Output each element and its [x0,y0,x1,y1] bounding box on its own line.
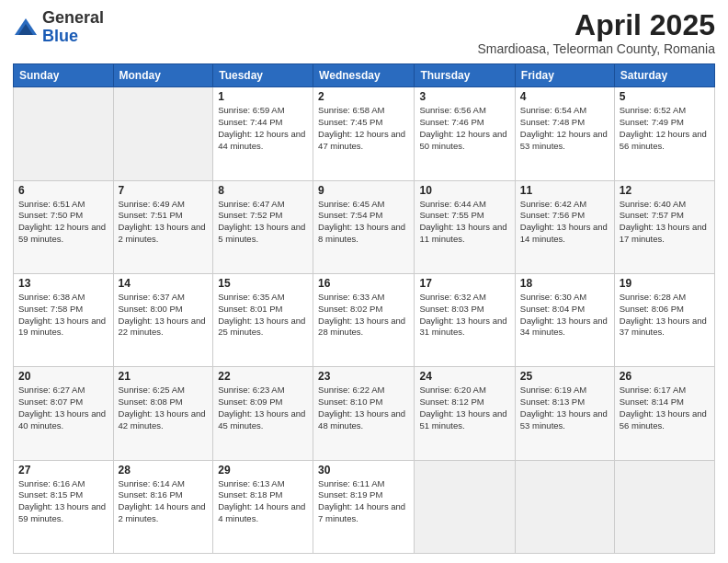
day-info: Sunrise: 6:16 AM Sunset: 8:15 PM Dayligh… [18,478,108,525]
week-row-1: 6Sunrise: 6:51 AM Sunset: 7:50 PM Daylig… [14,180,715,273]
day-info: Sunrise: 6:56 AM Sunset: 7:46 PM Dayligh… [419,105,509,152]
logo-blue-text: Blue [42,28,104,46]
calendar-cell: 7Sunrise: 6:49 AM Sunset: 7:51 PM Daylig… [113,180,213,273]
day-number: 3 [419,90,509,103]
calendar-cell [515,460,614,553]
calendar-cell: 10Sunrise: 6:44 AM Sunset: 7:55 PM Dayli… [415,180,515,273]
day-info: Sunrise: 6:20 AM Sunset: 8:12 PM Dayligh… [419,385,509,431]
day-number: 22 [218,370,308,383]
calendar-cell: 29Sunrise: 6:13 AM Sunset: 8:18 PM Dayli… [213,460,313,553]
week-row-0: 1Sunrise: 6:59 AM Sunset: 7:44 PM Daylig… [14,87,715,180]
day-number: 1 [218,90,308,103]
calendar-cell: 20Sunrise: 6:27 AM Sunset: 8:07 PM Dayli… [14,367,114,460]
calendar-cell: 25Sunrise: 6:19 AM Sunset: 8:13 PM Dayli… [515,367,614,460]
day-info: Sunrise: 6:19 AM Sunset: 8:13 PM Dayligh… [520,385,609,431]
calendar-cell: 14Sunrise: 6:37 AM Sunset: 8:00 PM Dayli… [113,273,213,366]
week-row-3: 20Sunrise: 6:27 AM Sunset: 8:07 PM Dayli… [14,367,715,460]
day-number: 17 [419,277,509,290]
day-number: 8 [218,184,308,197]
day-info: Sunrise: 6:38 AM Sunset: 7:58 PM Dayligh… [18,292,108,339]
day-number: 12 [620,184,710,197]
day-info: Sunrise: 6:52 AM Sunset: 7:49 PM Dayligh… [620,105,710,152]
calendar-cell: 4Sunrise: 6:54 AM Sunset: 7:48 PM Daylig… [515,87,614,180]
calendar-cell [614,460,714,553]
calendar-header: SundayMondayTuesdayWednesdayThursdayFrid… [14,64,715,87]
subtitle: Smardioasa, Teleorman County, Romania [477,41,715,56]
day-info: Sunrise: 6:33 AM Sunset: 8:02 PM Dayligh… [318,292,409,339]
day-of-week-wednesday: Wednesday [313,64,415,87]
calendar-cell: 16Sunrise: 6:33 AM Sunset: 8:02 PM Dayli… [313,273,415,366]
calendar-cell: 24Sunrise: 6:20 AM Sunset: 8:12 PM Dayli… [415,367,515,460]
day-info: Sunrise: 6:11 AM Sunset: 8:19 PM Dayligh… [318,478,409,525]
calendar-cell: 30Sunrise: 6:11 AM Sunset: 8:19 PM Dayli… [313,460,415,553]
day-number: 24 [419,370,509,383]
day-number: 21 [119,370,209,383]
day-number: 4 [520,90,609,103]
day-number: 7 [119,184,209,197]
calendar-cell: 6Sunrise: 6:51 AM Sunset: 7:50 PM Daylig… [14,180,114,273]
week-row-4: 27Sunrise: 6:16 AM Sunset: 8:15 PM Dayli… [14,460,715,553]
day-info: Sunrise: 6:59 AM Sunset: 7:44 PM Dayligh… [218,105,308,152]
day-info: Sunrise: 6:51 AM Sunset: 7:50 PM Dayligh… [18,199,108,246]
month-title: April 2025 [477,9,715,41]
day-info: Sunrise: 6:30 AM Sunset: 8:04 PM Dayligh… [520,292,609,339]
day-number: 26 [620,370,710,383]
day-number: 28 [119,464,209,477]
calendar-cell: 19Sunrise: 6:28 AM Sunset: 8:06 PM Dayli… [614,273,714,366]
day-info: Sunrise: 6:45 AM Sunset: 7:54 PM Dayligh… [318,199,409,246]
calendar-cell: 22Sunrise: 6:23 AM Sunset: 8:09 PM Dayli… [213,367,313,460]
calendar-cell: 9Sunrise: 6:45 AM Sunset: 7:54 PM Daylig… [313,180,415,273]
day-number: 19 [620,277,710,290]
calendar-cell: 11Sunrise: 6:42 AM Sunset: 7:56 PM Dayli… [515,180,614,273]
day-info: Sunrise: 6:22 AM Sunset: 8:10 PM Dayligh… [318,385,409,431]
calendar-cell [113,87,213,180]
day-number: 29 [218,464,308,477]
day-number: 10 [419,184,509,197]
day-of-week-saturday: Saturday [614,64,714,87]
calendar-cell: 27Sunrise: 6:16 AM Sunset: 8:15 PM Dayli… [14,460,114,553]
day-info: Sunrise: 6:58 AM Sunset: 7:45 PM Dayligh… [318,105,409,152]
calendar-table: SundayMondayTuesdayWednesdayThursdayFrid… [13,63,715,554]
day-info: Sunrise: 6:44 AM Sunset: 7:55 PM Dayligh… [419,199,509,246]
calendar-cell: 12Sunrise: 6:40 AM Sunset: 7:57 PM Dayli… [614,180,714,273]
day-number: 9 [318,184,409,197]
calendar-cell: 15Sunrise: 6:35 AM Sunset: 8:01 PM Dayli… [213,273,313,366]
day-info: Sunrise: 6:35 AM Sunset: 8:01 PM Dayligh… [218,292,308,339]
day-of-week-tuesday: Tuesday [213,64,313,87]
page: General Blue April 2025 Smardioasa, Tele… [0,0,728,563]
day-number: 30 [318,464,409,477]
day-info: Sunrise: 6:32 AM Sunset: 8:03 PM Dayligh… [419,292,509,339]
day-of-week-sunday: Sunday [14,64,114,87]
day-info: Sunrise: 6:49 AM Sunset: 7:51 PM Dayligh… [119,199,209,246]
day-info: Sunrise: 6:27 AM Sunset: 8:07 PM Dayligh… [18,385,108,431]
day-of-week-thursday: Thursday [415,64,515,87]
calendar-cell: 2Sunrise: 6:58 AM Sunset: 7:45 PM Daylig… [313,87,415,180]
day-number: 5 [620,90,710,103]
day-info: Sunrise: 6:23 AM Sunset: 8:09 PM Dayligh… [218,385,308,431]
day-number: 20 [18,370,108,383]
calendar-cell: 21Sunrise: 6:25 AM Sunset: 8:08 PM Dayli… [113,367,213,460]
calendar-cell: 23Sunrise: 6:22 AM Sunset: 8:10 PM Dayli… [313,367,415,460]
day-number: 13 [18,277,108,290]
day-info: Sunrise: 6:54 AM Sunset: 7:48 PM Dayligh… [520,105,609,152]
day-info: Sunrise: 6:42 AM Sunset: 7:56 PM Dayligh… [520,199,609,246]
calendar-cell [14,87,114,180]
logo-general-text: General [42,9,104,28]
day-info: Sunrise: 6:13 AM Sunset: 8:18 PM Dayligh… [218,478,308,525]
day-info: Sunrise: 6:47 AM Sunset: 7:52 PM Dayligh… [218,199,308,246]
calendar-cell [415,460,515,553]
logo-text: General Blue [42,9,104,46]
calendar-body: 1Sunrise: 6:59 AM Sunset: 7:44 PM Daylig… [14,87,715,554]
day-of-week-friday: Friday [515,64,614,87]
day-number: 27 [18,464,108,477]
week-row-2: 13Sunrise: 6:38 AM Sunset: 7:58 PM Dayli… [14,273,715,366]
day-number: 15 [218,277,308,290]
day-info: Sunrise: 6:37 AM Sunset: 8:00 PM Dayligh… [119,292,209,339]
day-of-week-monday: Monday [113,64,213,87]
day-info: Sunrise: 6:25 AM Sunset: 8:08 PM Dayligh… [119,385,209,431]
logo-icon [13,15,39,40]
day-info: Sunrise: 6:40 AM Sunset: 7:57 PM Dayligh… [620,199,710,246]
days-of-week-row: SundayMondayTuesdayWednesdayThursdayFrid… [14,64,715,87]
day-number: 6 [18,184,108,197]
calendar-cell: 3Sunrise: 6:56 AM Sunset: 7:46 PM Daylig… [415,87,515,180]
